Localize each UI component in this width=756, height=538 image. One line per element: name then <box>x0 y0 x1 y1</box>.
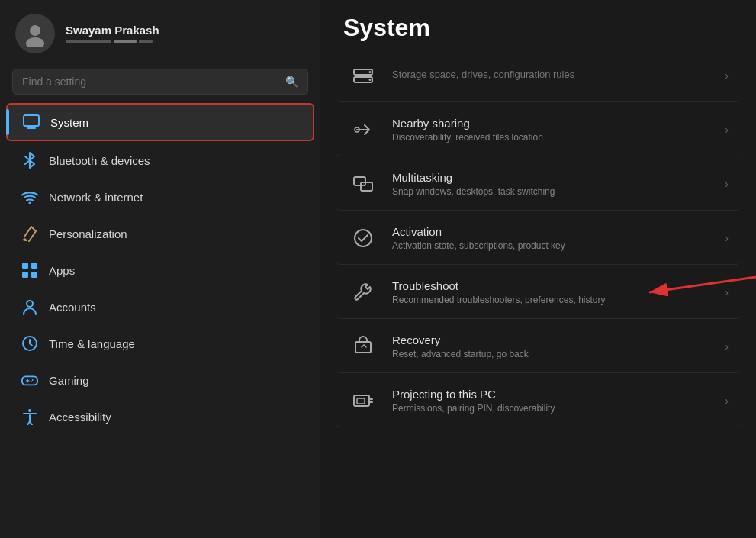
sidebar-item-apps-label: Apps <box>49 264 75 277</box>
search-box[interactable]: 🔍 <box>12 69 308 95</box>
search-input[interactable] <box>22 76 279 88</box>
chevron-right-icon-3: › <box>725 232 729 244</box>
setting-item-multitasking-desc: Snap windows, desktops, task switching <box>392 186 711 197</box>
apps-icon <box>21 262 38 279</box>
wifi-icon <box>21 188 38 205</box>
chevron-right-icon-2: › <box>725 178 729 190</box>
setting-item-activation-text: Activation Activation state, subscriptio… <box>392 225 711 251</box>
sidebar-item-apps[interactable]: Apps <box>6 253 314 288</box>
setting-item-projecting[interactable]: Projecting to this PC Permissions, pairi… <box>336 375 741 427</box>
sidebar-item-network[interactable]: Network & internet <box>6 179 314 214</box>
svg-rect-7 <box>31 263 37 269</box>
check-circle-icon <box>348 223 378 253</box>
user-bar <box>66 40 159 43</box>
svg-point-0 <box>30 25 40 36</box>
svg-rect-25 <box>355 342 371 353</box>
setting-item-recovery[interactable]: Recovery Reset, advanced startup, go bac… <box>336 321 741 373</box>
clock-icon <box>21 335 38 352</box>
gamepad-icon <box>21 372 38 388</box>
svg-rect-8 <box>22 272 28 278</box>
chevron-right-icon-1: › <box>725 124 729 136</box>
user-info: Swayam Prakash <box>66 24 159 43</box>
sidebar-item-gaming[interactable]: Gaming <box>6 362 314 398</box>
active-bar <box>6 109 9 135</box>
sidebar-item-system-label: System <box>50 116 88 129</box>
sidebar-item-time-label: Time & language <box>49 337 135 350</box>
nav-list: System Bluetooth & devices Network & <box>0 102 320 538</box>
svg-rect-4 <box>27 127 36 129</box>
setting-item-recovery-text: Recovery Reset, advanced startup, go bac… <box>392 333 711 359</box>
user-name: Swayam Prakash <box>66 24 159 37</box>
sidebar-item-time[interactable]: Time & language <box>6 326 314 361</box>
chevron-right-icon: › <box>725 69 729 82</box>
setting-item-activation[interactable]: Activation Activation state, subscriptio… <box>336 212 741 265</box>
sidebar-item-system[interactable]: System <box>6 103 314 141</box>
svg-point-14 <box>31 381 32 382</box>
setting-item-activation-desc: Activation state, subscriptions, product… <box>392 240 711 251</box>
setting-item-multitasking-text: Multitasking Snap windows, desktops, tas… <box>392 171 711 197</box>
svg-rect-21 <box>354 177 365 185</box>
setting-item-nearby-sharing-title: Nearby sharing <box>392 117 711 130</box>
user-bar-seg1 <box>66 40 111 43</box>
setting-item-storage[interactable]: Storage space, drives, configuration rul… <box>336 50 741 102</box>
svg-point-10 <box>27 301 33 307</box>
setting-item-troubleshoot[interactable]: Troubleshoot Recommended troubleshooters… <box>336 266 741 319</box>
setting-item-recovery-desc: Reset, advanced startup, go back <box>392 349 711 359</box>
sidebar-item-accounts-label: Accounts <box>49 301 96 314</box>
sidebar-item-gaming-label: Gaming <box>49 374 89 387</box>
sidebar-item-accessibility-label: Accessibility <box>49 411 111 424</box>
setting-item-nearby-sharing-text: Nearby sharing Discoverability, received… <box>392 117 711 143</box>
setting-item-troubleshoot-desc: Recommended troubleshooters, preferences… <box>392 295 711 305</box>
setting-item-storage-title: Storage space, drives, configuration rul… <box>392 69 711 80</box>
monitor-icon <box>23 114 40 130</box>
projector-icon <box>348 385 378 416</box>
setting-item-projecting-desc: Permissions, pairing PIN, discoverabilit… <box>392 403 711 414</box>
setting-item-multitasking[interactable]: Multitasking Snap windows, desktops, tas… <box>336 158 741 211</box>
setting-item-nearby-sharing-desc: Discoverability, received files location <box>392 132 711 143</box>
svg-rect-9 <box>31 272 37 278</box>
setting-item-nearby-sharing[interactable]: Nearby sharing Discoverability, received… <box>336 104 741 156</box>
settings-list: Storage space, drives, configuration rul… <box>320 50 756 538</box>
sidebar-item-bluetooth-label: Bluetooth & devices <box>49 154 150 167</box>
wrench-icon <box>348 277 378 308</box>
storage-icon <box>348 60 378 91</box>
sidebar-item-personalization[interactable]: Personalization <box>6 216 314 251</box>
setting-item-recovery-title: Recovery <box>392 333 711 346</box>
svg-rect-3 <box>28 126 34 127</box>
svg-point-19 <box>369 79 372 81</box>
person-icon <box>21 298 38 315</box>
share-icon <box>348 114 378 145</box>
sidebar-item-accessibility[interactable]: Accessibility <box>6 399 314 434</box>
page-title: System <box>320 0 756 50</box>
svg-point-15 <box>28 409 31 412</box>
paint-icon <box>21 225 38 242</box>
svg-rect-22 <box>361 182 372 191</box>
sidebar-item-accounts[interactable]: Accounts <box>6 289 314 324</box>
multitask-icon <box>348 169 378 199</box>
setting-item-troubleshoot-text: Troubleshoot Recommended troubleshooters… <box>392 279 711 305</box>
svg-point-1 <box>26 37 44 47</box>
svg-rect-12 <box>22 376 37 385</box>
setting-item-troubleshoot-title: Troubleshoot <box>392 279 711 292</box>
svg-rect-26 <box>354 395 369 406</box>
setting-item-activation-title: Activation <box>392 225 711 238</box>
svg-point-13 <box>32 379 34 381</box>
setting-item-projecting-text: Projecting to this PC Permissions, pairi… <box>392 388 711 414</box>
user-section: Swayam Prakash <box>0 0 320 64</box>
avatar <box>15 14 55 53</box>
setting-item-storage-text: Storage space, drives, configuration rul… <box>392 69 711 82</box>
sidebar: Swayam Prakash 🔍 System <box>0 0 320 538</box>
sidebar-item-personalization-label: Personalization <box>49 227 127 240</box>
user-bar-seg3 <box>139 40 153 43</box>
chevron-right-icon-5: › <box>725 340 729 353</box>
svg-rect-2 <box>24 115 39 126</box>
accessibility-icon <box>21 408 38 425</box>
sidebar-item-network-label: Network & internet <box>49 191 143 204</box>
chevron-right-icon-4: › <box>725 286 729 298</box>
setting-item-multitasking-title: Multitasking <box>392 171 711 184</box>
setting-item-projecting-title: Projecting to this PC <box>392 388 711 401</box>
svg-point-18 <box>369 71 372 73</box>
svg-point-5 <box>29 202 31 205</box>
svg-point-23 <box>355 230 372 246</box>
sidebar-item-bluetooth[interactable]: Bluetooth & devices <box>6 143 314 178</box>
